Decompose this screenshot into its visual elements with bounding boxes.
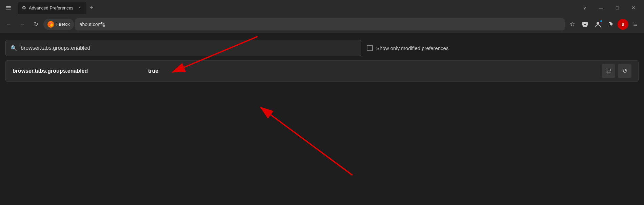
reload-button[interactable]: ↻ bbox=[30, 18, 42, 30]
close-window-button[interactable]: ✕ bbox=[626, 2, 641, 13]
address-text: about:config bbox=[80, 22, 105, 27]
firefox-label: Firefox bbox=[56, 22, 70, 27]
extensions-button[interactable] bbox=[605, 18, 617, 30]
new-tab-button[interactable]: + bbox=[86, 2, 97, 13]
maximize-button[interactable]: □ bbox=[609, 2, 625, 13]
tabs-chevron-button[interactable]: ∨ bbox=[577, 2, 592, 13]
active-tab[interactable]: ⚙ Advanced Preferences × bbox=[18, 2, 86, 14]
preference-actions: ⇄ ↺ bbox=[602, 64, 631, 78]
preference-value: true bbox=[148, 68, 595, 74]
minimize-button[interactable]: — bbox=[593, 2, 609, 13]
ublock-button[interactable]: u bbox=[618, 19, 628, 30]
search-row: 🔍 Show only modified preferences bbox=[5, 40, 639, 56]
ublock-label: u bbox=[622, 22, 624, 27]
search-input[interactable] bbox=[21, 45, 356, 51]
window-controls: ∨ — □ ✕ bbox=[577, 2, 644, 13]
menu-button[interactable]: ≡ bbox=[629, 18, 641, 30]
window-menu-button[interactable] bbox=[0, 0, 17, 16]
address-bar[interactable]: about:config bbox=[75, 18, 565, 30]
close-tab-button[interactable]: × bbox=[76, 4, 83, 11]
show-modified-label: Show only modified preferences bbox=[376, 45, 448, 51]
search-icon: 🔍 bbox=[11, 45, 17, 51]
preference-name: browser.tabs.groups.enabled bbox=[13, 68, 141, 74]
pocket-button[interactable] bbox=[579, 18, 591, 30]
reset-preference-button[interactable]: ↺ bbox=[618, 64, 631, 78]
svg-rect-0 bbox=[6, 6, 11, 7]
svg-rect-2 bbox=[6, 9, 11, 9]
firefox-menu-button[interactable]: Firefox bbox=[43, 19, 74, 30]
tab-gear-icon: ⚙ bbox=[22, 5, 26, 11]
firefox-logo-icon bbox=[47, 21, 54, 28]
tab-strip: ⚙ Advanced Preferences × + bbox=[0, 0, 577, 16]
svg-point-5 bbox=[597, 22, 599, 25]
svg-rect-1 bbox=[6, 7, 11, 8]
account-button[interactable] bbox=[592, 18, 604, 30]
title-bar: ⚙ Advanced Preferences × + ∨ — □ ✕ bbox=[0, 0, 644, 16]
show-modified-row: Show only modified preferences bbox=[367, 45, 448, 51]
content-area: 🔍 Show only modified preferences browser… bbox=[0, 33, 644, 205]
toolbar-icons: ☆ u ≡ bbox=[566, 18, 641, 30]
toggle-preference-button[interactable]: ⇄ bbox=[602, 64, 615, 78]
search-box[interactable]: 🔍 bbox=[5, 40, 361, 56]
show-modified-checkbox[interactable] bbox=[367, 45, 373, 51]
forward-button[interactable]: → bbox=[16, 18, 28, 30]
tab-title: Advanced Preferences bbox=[29, 5, 74, 10]
back-button[interactable]: ← bbox=[3, 18, 15, 30]
nav-bar: ← → ↻ Firefox about:config ☆ bbox=[0, 16, 644, 33]
bookmark-button[interactable]: ☆ bbox=[566, 18, 578, 30]
preference-result-row: browser.tabs.groups.enabled true ⇄ ↺ bbox=[5, 60, 639, 82]
account-notification-badge bbox=[600, 20, 603, 23]
